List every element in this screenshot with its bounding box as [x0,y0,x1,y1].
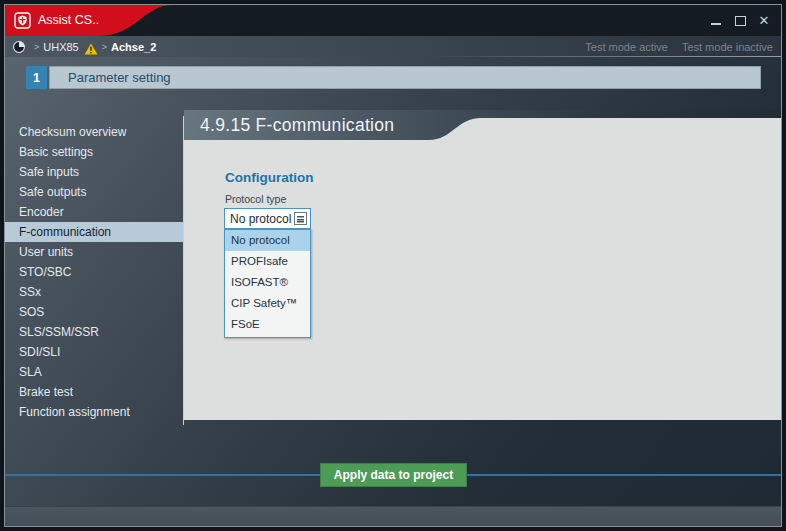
breadcrumb-chevron: > [102,42,107,52]
sidebar-item-brake-test[interactable]: Brake test [5,382,184,402]
tab-parameter-setting[interactable]: Parameter setting [49,66,761,89]
sidebar-nav: Checksum overviewBasic settingsSafe inpu… [5,122,184,422]
test-mode-active-button[interactable]: Test mode active [585,41,668,53]
dropdown-list-icon[interactable] [294,212,307,225]
sidebar-item-sos[interactable]: SOS [5,302,184,322]
sidebar-item-f-communication[interactable]: F-communication [5,222,184,242]
breadcrumb-axis[interactable]: Achse_2 [111,41,156,53]
sidebar-item-checksum-overview[interactable]: Checksum overview [5,122,184,142]
test-mode-inactive-button[interactable]: Test mode inactive [682,41,773,53]
sidebar-item-ssx[interactable]: SSx [5,282,184,302]
app-window: Assist CS.. ✕ > UHX85 > Achse_2 Test mod [4,4,782,527]
sidebar-item-basic-settings[interactable]: Basic settings [5,142,184,162]
breadcrumb-device[interactable]: UHX85 [43,41,78,53]
step-tab-label: Parameter setting [68,70,171,85]
sidebar-item-safe-outputs[interactable]: Safe outputs [5,182,184,202]
protocol-type-dropdown[interactable]: No protocol [224,208,311,229]
dropdown-option-no-protocol[interactable]: No protocol [225,230,310,251]
protocol-type-label: Protocol type [225,193,286,205]
breadcrumb: > UHX85 > Achse_2 Test mode active Test … [5,36,781,57]
sidebar-item-sdi-sli[interactable]: SDI/SLI [5,342,184,362]
protocol-dropdown-list: No protocolPROFIsafeISOFAST®CIP Safety™F… [224,229,311,338]
apply-button[interactable]: Apply data to project [320,463,467,487]
app-logo-icon [14,12,31,29]
page-title: 4.9.15 F-communication [200,110,394,140]
breadcrumb-chevron: > [34,42,39,52]
sidebar-item-safe-inputs[interactable]: Safe inputs [5,162,184,182]
close-button[interactable]: ✕ [757,14,771,28]
step-number-badge: 1 [26,66,47,89]
sidebar-item-sto-sbc[interactable]: STO/SBC [5,262,184,282]
sidebar-item-encoder[interactable]: Encoder [5,202,184,222]
device-icon [12,40,26,54]
dropdown-option-cip-safety[interactable]: CIP Safety™ [225,293,310,314]
maximize-button[interactable] [733,14,747,28]
sidebar-item-sls-ssm-ssr[interactable]: SLS/SSM/SSR [5,322,184,342]
test-mode-controls: Test mode active Test mode inactive [585,36,773,57]
main-panel: 4.9.15 F-communication Configuration Pro… [184,110,781,420]
dropdown-option-profisafe[interactable]: PROFIsafe [225,251,310,272]
section-title: Configuration [225,170,313,185]
app-title: Assist CS.. [38,5,99,36]
sidebar-item-function-assignment[interactable]: Function assignment [5,402,184,422]
dropdown-option-fsoe[interactable]: FSoE [225,314,310,335]
sidebar-item-user-units[interactable]: User units [5,242,184,262]
warning-icon [84,41,98,53]
dropdown-option-isofast[interactable]: ISOFAST® [225,272,310,293]
dropdown-selected-value: No protocol [225,212,294,226]
title-bar: Assist CS.. ✕ [5,5,781,36]
window-controls: ✕ [709,5,771,36]
minimize-button[interactable] [709,14,723,28]
status-bar [5,506,781,526]
sidebar-item-sla[interactable]: SLA [5,362,184,382]
